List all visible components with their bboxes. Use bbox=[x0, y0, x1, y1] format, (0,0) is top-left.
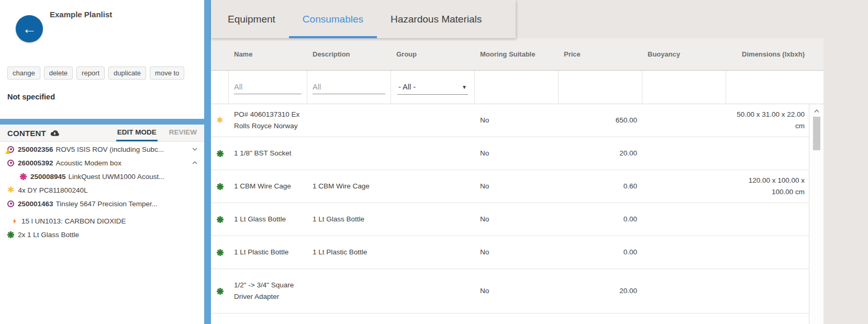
column-header-price: Price bbox=[559, 50, 642, 58]
asterisk-icon: ✱ bbox=[7, 186, 14, 194]
content-title: CONTENT bbox=[7, 129, 46, 138]
lightning-icon bbox=[12, 217, 18, 225]
cell-name: PO# 4060137310 Ex Rolls Royce Norway bbox=[229, 109, 307, 132]
back-button[interactable]: ← bbox=[16, 15, 43, 42]
cell-price: 0.00 bbox=[559, 214, 642, 225]
table-body: ✱ PO# 4060137310 Ex Rolls Royce Norway N… bbox=[211, 104, 809, 314]
cell-name: 1 CBM Wire Cage bbox=[229, 181, 307, 192]
status-heading: Not specified bbox=[7, 93, 55, 101]
tree-item[interactable]: 250001463 Tinsley 5647 Precision Temper.… bbox=[0, 197, 204, 210]
table-row[interactable]: ✱ PO# 4060137310 Ex Rolls Royce Norway N… bbox=[211, 104, 809, 137]
table-row[interactable]: 1 1/8" BST Socket No 20.00 bbox=[211, 137, 809, 170]
cell-dimensions: 50.00 x 31.00 x 22.00 cm bbox=[726, 109, 809, 132]
table-header-row: Name Description Group Mooring Suitable … bbox=[211, 38, 824, 71]
tree-item[interactable]: 260005392 Acoustic Modem box bbox=[0, 156, 204, 170]
scroll-up-icon[interactable] bbox=[809, 104, 824, 114]
main-panel: Equipment Consumables Hazardous Material… bbox=[211, 0, 868, 324]
gear-icon bbox=[20, 173, 27, 180]
cell-mooring: No bbox=[475, 148, 559, 159]
move-to-button[interactable]: move to bbox=[150, 66, 184, 80]
sidebar: ← Example Planlist change delete report … bbox=[0, 0, 204, 324]
target-warning-icon bbox=[7, 146, 14, 153]
gear-icon bbox=[7, 231, 14, 238]
category-tabs: Equipment Consumables Hazardous Material… bbox=[211, 0, 516, 38]
target-icon bbox=[7, 160, 14, 166]
cell-name: 1 Lt Plastic Bottle bbox=[229, 247, 307, 258]
table-row[interactable]: 1 Lt Plastic Bottle 1 Lt Plastic Bottle … bbox=[211, 236, 809, 269]
cell-description: 1 CBM Wire Cage bbox=[307, 181, 391, 192]
cell-mooring: No bbox=[475, 181, 559, 192]
chevron-up-icon[interactable] bbox=[191, 159, 199, 167]
cell-name: 1/2" -> 3/4" Square Driver Adapter bbox=[229, 280, 307, 303]
duplicate-button[interactable]: duplicate bbox=[108, 66, 146, 80]
cell-name: 1 1/8" BST Socket bbox=[229, 148, 307, 159]
target-icon bbox=[7, 200, 14, 207]
description-filter-input[interactable] bbox=[313, 80, 385, 94]
tab-hazardous-materials[interactable]: Hazardous Materials bbox=[377, 0, 495, 38]
scrollbar-thumb[interactable] bbox=[813, 117, 820, 150]
column-header-dimensions: Dimensions (lxbxh) bbox=[726, 50, 809, 58]
content-mode-tabs: EDIT MODE REVIEW bbox=[116, 125, 198, 141]
sidebar-divider-bar bbox=[0, 119, 204, 125]
table-row[interactable]: 1 CBM Wire Cage 1 CBM Wire Cage No 0.60 … bbox=[211, 170, 809, 203]
consumables-table: Name Description Group Mooring Suitable … bbox=[211, 38, 824, 324]
tab-equipment[interactable]: Equipment bbox=[214, 0, 289, 38]
tree-item[interactable]: 2x 1 Lt Glass Bottle bbox=[0, 228, 204, 241]
tree-item[interactable]: 15 l UN1013: CARBON DIOXIDE bbox=[0, 214, 204, 228]
tab-review[interactable]: REVIEW bbox=[168, 125, 198, 141]
cell-name: 1 Lt Glass Bottle bbox=[229, 214, 307, 225]
back-arrow-icon: ← bbox=[23, 21, 37, 37]
tab-consumables[interactable]: Consumables bbox=[289, 0, 377, 38]
tree-item[interactable]: 250002356 ROV5 ISIS ROV (including Subc.… bbox=[0, 142, 204, 156]
app-window: ← Example Planlist change delete report … bbox=[0, 0, 868, 324]
gear-icon bbox=[217, 288, 224, 295]
cell-price: 20.00 bbox=[559, 285, 642, 297]
planlist-title: Example Planlist bbox=[50, 10, 112, 19]
gear-icon bbox=[217, 150, 224, 157]
cell-price: 0.00 bbox=[559, 247, 642, 258]
table-row[interactable]: 1/2" -> 3/4" Square Driver Adapter No 20… bbox=[211, 269, 809, 314]
gear-icon bbox=[217, 249, 224, 256]
column-header-description: Description bbox=[307, 50, 391, 58]
cell-price: 20.00 bbox=[559, 148, 642, 159]
column-header-name: Name bbox=[229, 50, 307, 58]
delete-button[interactable]: delete bbox=[44, 66, 73, 80]
change-button[interactable]: change bbox=[7, 66, 40, 80]
panel-divider-stripe bbox=[204, 0, 211, 324]
group-filter-select[interactable]: - All - ▼ bbox=[397, 80, 468, 95]
dropdown-caret-icon: ▼ bbox=[462, 84, 467, 90]
chevron-down-icon[interactable] bbox=[191, 145, 199, 153]
tree-item[interactable]: 250008945 LinkQuest UWM1000 Acoust... bbox=[0, 170, 204, 183]
asterisk-icon: ✱ bbox=[216, 116, 223, 125]
cell-price: 0.60 bbox=[559, 181, 642, 192]
report-button[interactable]: report bbox=[76, 66, 105, 80]
gear-icon bbox=[217, 183, 224, 190]
cell-dimensions: 120.00 x 100.00 x 100.00 cm bbox=[726, 175, 809, 198]
tab-edit-mode[interactable]: EDIT MODE bbox=[116, 125, 158, 141]
planlist-actions: change delete report duplicate move to bbox=[7, 66, 184, 80]
table-row[interactable]: 1 Lt Glass Bottle 1 Lt Glass Bottle No 0… bbox=[211, 203, 809, 236]
cell-description: 1 Lt Glass Bottle bbox=[307, 214, 391, 225]
cell-description: 1 Lt Plastic Bottle bbox=[307, 247, 391, 258]
cell-mooring: No bbox=[475, 285, 559, 297]
content-header: CONTENT EDIT MODE REVIEW bbox=[0, 125, 204, 142]
cell-mooring: No bbox=[475, 214, 559, 225]
cell-price: 650.00 bbox=[559, 115, 642, 126]
content-tree: 250002356 ROV5 ISIS ROV (including Subc.… bbox=[0, 142, 204, 241]
gear-icon bbox=[217, 216, 224, 223]
cloud-download-icon bbox=[50, 129, 59, 137]
cell-mooring: No bbox=[475, 247, 559, 258]
column-header-buoyancy: Buoyancy bbox=[642, 50, 726, 58]
vertical-scrollbar[interactable] bbox=[809, 104, 824, 324]
column-header-mooring-suitable: Mooring Suitable bbox=[475, 50, 559, 58]
column-header-group: Group bbox=[391, 50, 475, 58]
tree-item[interactable]: ✱ 4x DY PC811800240L bbox=[0, 183, 204, 197]
cell-mooring: No bbox=[475, 115, 559, 126]
name-filter-input[interactable] bbox=[234, 80, 302, 94]
table-filter-row: - All - ▼ bbox=[211, 71, 824, 104]
